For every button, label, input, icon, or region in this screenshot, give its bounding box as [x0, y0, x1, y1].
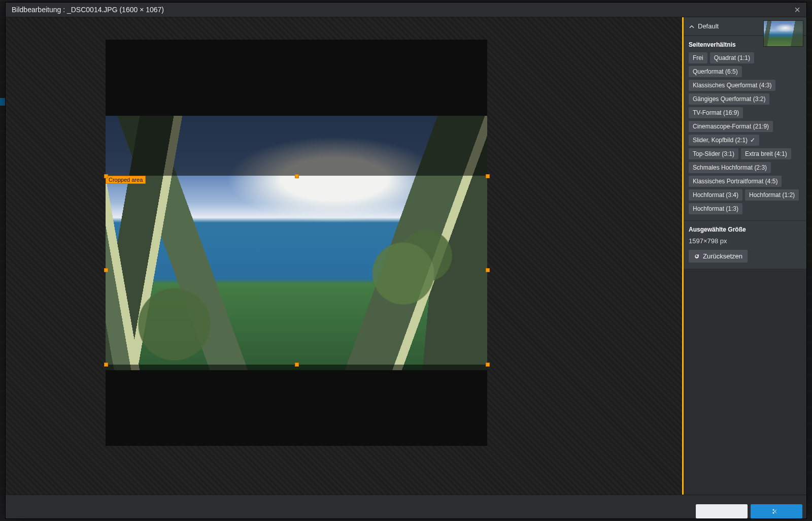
selected-size-value: 1597×798 px	[689, 237, 801, 245]
aspect-chip[interactable]: Klassisches Portraitformat (4:5)	[689, 176, 782, 187]
image-canvas: Cropped area	[106, 40, 487, 446]
aspect-chip[interactable]: Quadrat (1:1)	[710, 52, 754, 63]
crop-handle-mr[interactable]	[486, 268, 490, 272]
refresh-icon	[694, 253, 700, 259]
editor-sidebar: Default Seitenverhältnis Frei Quadrat (1…	[684, 17, 806, 495]
ok-button[interactable]	[751, 504, 802, 518]
crop-stage[interactable]: Cropped area	[6, 17, 684, 495]
crop-handle-tc[interactable]	[295, 174, 299, 178]
crop-area-label: Cropped area	[106, 176, 146, 184]
aspect-chip[interactable]: Cinemascope-Format (21:9)	[689, 121, 773, 132]
check-icon: ✓	[750, 137, 755, 144]
aspect-chip[interactable]: TV-Format (16:9)	[689, 107, 743, 118]
image-editor-dialog: Bildbearbeitung : _DSC0014.JPG (1600 × 1…	[5, 2, 807, 519]
crop-handle-bc[interactable]	[295, 363, 299, 367]
selected-size-heading: Ausgewählte Größe	[689, 226, 801, 233]
selected-size-panel: Ausgewählte Größe 1597×798 px Zurücksetz…	[684, 220, 806, 269]
aspect-chip-selected[interactable]: Slider, Kopfbild (2:1)✓	[689, 135, 759, 146]
aspect-chip[interactable]: Querformat (6:5)	[689, 66, 742, 77]
aspect-chip[interactable]: Klassisches Querformat (4:3)	[689, 80, 775, 91]
variant-thumbnail	[763, 20, 803, 47]
aspect-chip[interactable]: Hochformat (3:4)	[689, 189, 742, 201]
chevron-up-icon	[689, 23, 695, 29]
aspect-ratio-options: Frei Quadrat (1:1) Querformat (6:5) Klas…	[689, 52, 801, 214]
aspect-chip[interactable]: Top-Slider (3:1)	[689, 148, 738, 159]
reset-button[interactable]: Zurücksetzen	[689, 250, 748, 263]
variant-group-name: Default	[698, 22, 719, 30]
aspect-chip[interactable]: Extra breit (4:1)	[741, 148, 791, 159]
dialog-body: Cropped area Default	[6, 17, 806, 495]
close-icon[interactable]: ×	[794, 6, 800, 14]
cancel-button[interactable]	[696, 504, 748, 518]
crop-handle-ml[interactable]	[104, 268, 108, 272]
aspect-chip[interactable]: Hochformat (1:2)	[745, 189, 799, 201]
aspect-chip[interactable]: Hochformat (1:3)	[689, 203, 742, 214]
aspect-chip[interactable]: Frei	[689, 52, 707, 63]
dialog-titlebar: Bildbearbeitung : _DSC0014.JPG (1600 × 1…	[6, 3, 806, 17]
aspect-chip[interactable]: Gängiges Querformat (3:2)	[689, 93, 769, 105]
dialog-title: Bildbearbeitung : _DSC0014.JPG (1600 × 1…	[12, 6, 164, 14]
aspect-ratio-panel: Seitenverhältnis Frei Quadrat (1:1) Quer…	[684, 36, 806, 220]
dialog-footer	[6, 495, 806, 518]
crop-handle-br[interactable]	[486, 363, 490, 367]
scissors-icon	[772, 508, 778, 514]
crop-handle-bl[interactable]	[104, 363, 108, 367]
crop-handle-tr[interactable]	[486, 174, 490, 178]
crop-mask-top	[106, 116, 487, 176]
crop-handle-tl[interactable]	[104, 174, 108, 178]
aspect-chip[interactable]: Schmales Hochformat (2:3)	[689, 162, 771, 173]
variant-group-header[interactable]: Default	[684, 17, 806, 35]
